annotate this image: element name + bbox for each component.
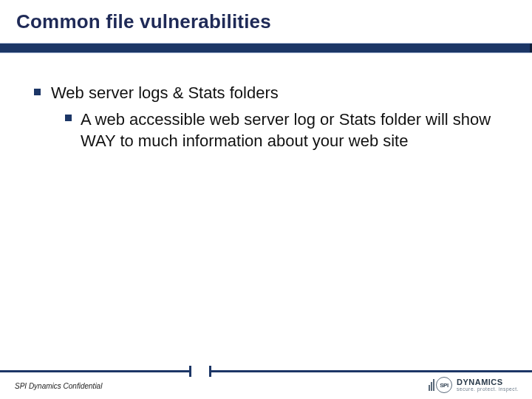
logo-mark: SPI (429, 377, 452, 393)
body-area: Web server logs & Stats folders A web ac… (34, 83, 510, 151)
logo-ring-icon: SPI (436, 377, 452, 393)
bullet-square-icon (65, 115, 72, 121)
list-item: Web server logs & Stats folders (34, 83, 510, 104)
title-area: Common file vulnerabilities (0, 0, 532, 33)
bullet-text: Web server logs & Stats folders (51, 83, 279, 104)
bullet-square-icon (34, 89, 41, 95)
footer-divider-notch (189, 366, 211, 377)
logo-stripes-icon (429, 379, 434, 391)
title-rule (0, 43, 532, 53)
list-item: A web accessible web server log or Stats… (65, 109, 510, 151)
bullet-text: A web accessible web server log or Stats… (81, 109, 510, 151)
footer-divider (0, 370, 532, 372)
logo-brand-tagline: secure. protect. inspect. (457, 387, 519, 392)
logo-brand-main: DYNAMICS (457, 378, 519, 386)
confidential-label: SPI Dynamics Confidential (15, 382, 102, 390)
slide-title: Common file vulnerabilities (16, 10, 532, 33)
logo-mark-text: SPI (440, 382, 448, 389)
company-logo: SPI DYNAMICS secure. protect. inspect. (429, 377, 519, 393)
slide: Common file vulnerabilities Web server l… (0, 0, 532, 399)
logo-brand: DYNAMICS secure. protect. inspect. (457, 378, 519, 392)
